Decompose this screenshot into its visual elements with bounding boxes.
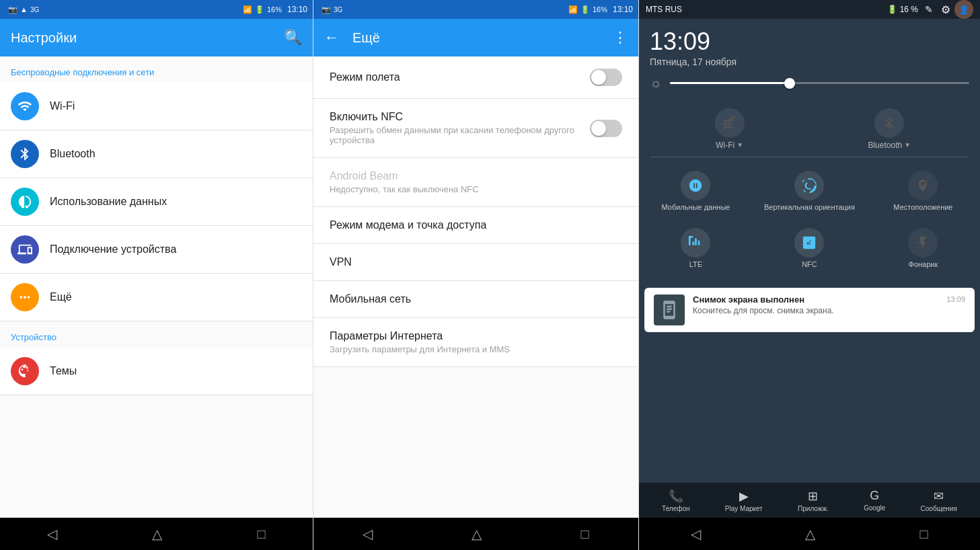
bluetooth-icon	[17, 147, 32, 161]
wifi-icon-bg	[11, 92, 39, 120]
nfc-item[interactable]: Включить NFC Разрешить обмен данными при…	[313, 99, 638, 158]
dock-apps[interactable]: ⊞ Приложж.	[798, 489, 829, 512]
tethering-item[interactable]: Режим модема и точка доступа	[313, 207, 638, 244]
screenshot-thumbnail-icon	[659, 300, 679, 320]
wireless-section-header: Беспроводные подключения и сети	[0, 56, 313, 83]
android-beam-subtitle: Недоступно, так как выключена NFC	[330, 184, 622, 194]
search-icon[interactable]: 🔍	[284, 29, 302, 46]
nfc-toggle[interactable]	[590, 120, 622, 137]
bluetooth-tile[interactable]: Bluetooth ▼	[810, 102, 970, 157]
location-icon-bg	[908, 171, 938, 200]
data-label: Использование данных	[50, 196, 167, 208]
notif-time: 13:09	[650, 28, 969, 55]
nfc-subtitle: Разрешить обмен данными при касании теле…	[330, 125, 590, 145]
more-menu-icon[interactable]: ⋮	[613, 29, 628, 46]
mobile-net-item[interactable]: Мобильная сеть	[313, 281, 638, 318]
nfc-tile[interactable]: NFC	[753, 220, 866, 277]
flashlight-tile[interactable]: Фонарик	[866, 220, 980, 277]
screenshot-icon: 📷	[8, 5, 17, 14]
phone-label: Телефон	[662, 505, 689, 512]
settings-item-data[interactable]: Использование данных	[0, 178, 313, 226]
flashlight-icon-bg	[908, 228, 938, 258]
battery-icon-2: 🔋	[580, 5, 590, 14]
more-title: Ещё	[352, 30, 605, 46]
mobile-data-icon-bg	[681, 171, 710, 200]
settings-item-more[interactable]: Ещё	[0, 274, 313, 321]
nfc-title: Включить NFC	[330, 111, 590, 123]
settings-title: Настройки	[11, 30, 276, 46]
mobile-data-label: Мобильные данные	[662, 203, 730, 212]
back-button-1[interactable]: ◁	[47, 526, 57, 542]
battery-percent-1: 16%	[267, 5, 282, 13]
dock-messages[interactable]: ✉ Сообщения	[921, 489, 957, 512]
more-icon-bg	[11, 283, 39, 311]
brightness-fill	[670, 82, 790, 84]
settings-item-device-connect[interactable]: Подключение устройства	[0, 226, 313, 274]
avatar[interactable]: 👤	[954, 0, 973, 19]
time-1: 13:10	[287, 5, 307, 14]
nfc-icon	[802, 235, 817, 250]
nfc-tile-label: NFC	[802, 260, 817, 269]
android-beam-title: Android Beam	[330, 170, 622, 182]
rotation-icon	[802, 178, 817, 193]
vpn-item[interactable]: VPN	[313, 244, 638, 281]
lte-tile[interactable]: LTE	[639, 220, 753, 277]
home-button-2[interactable]: △	[472, 526, 482, 542]
battery-percent-2: 16%	[593, 5, 607, 13]
carrier-label: MTS RUS	[646, 5, 682, 14]
wifi-icon	[17, 99, 32, 114]
airplane-toggle[interactable]	[590, 69, 622, 86]
notif-card-time: 13:09	[946, 295, 965, 303]
status-bar-1: 📷 ▲ 3G 📶 🔋 16% 13:10	[0, 0, 313, 19]
device-connect-label: Подключение устройства	[50, 243, 176, 256]
recents-button-3[interactable]: □	[919, 526, 928, 542]
bluetooth-off-icon	[882, 116, 897, 130]
mobile-data-tile[interactable]: Мобильные данные	[639, 163, 753, 220]
brightness-icon: ☼	[650, 75, 662, 91]
apps-icon: ⊞	[808, 489, 818, 504]
recents-button-2[interactable]: □	[580, 526, 589, 542]
bluetooth-tile-label-row: Bluetooth ▼	[868, 141, 911, 150]
rotation-tile[interactable]: Вертикальная ориентация	[753, 163, 866, 220]
notif-date: Пятница, 17 ноября	[650, 56, 969, 67]
notification-card[interactable]: Снимок экрана выполнен 13:09 Коснитесь д…	[644, 288, 975, 332]
internet-params-subtitle: Загрузить параметры для Интернета и MMS	[330, 344, 622, 354]
dock-phone[interactable]: 📞 Телефон	[662, 489, 689, 512]
edit-icon[interactable]: ✎	[925, 4, 933, 15]
time-2: 13:10	[613, 5, 633, 14]
dock-google[interactable]: G Google	[864, 489, 885, 512]
back-button-2[interactable]: ◁	[363, 526, 373, 542]
google-icon: G	[870, 489, 879, 503]
dock-play[interactable]: ▶ Play Маркет	[725, 489, 763, 512]
themes-label: Темы	[50, 365, 77, 377]
app-dock: 📞 Телефон ▶ Play Маркет ⊞ Приложж. G Goo…	[639, 483, 980, 518]
settings-panel: 📷 ▲ 3G 📶 🔋 16% 13:10 Настройки 🔍 Беспров…	[0, 0, 313, 550]
settings-item-wifi[interactable]: Wi-Fi	[0, 83, 313, 130]
quick-tiles-grid: Мобильные данные Вертикальная ориентация…	[639, 157, 980, 282]
home-button-3[interactable]: △	[805, 526, 815, 542]
recents-button-1[interactable]: □	[257, 526, 265, 542]
notif-card-title: Снимок экрана выполнен	[693, 294, 804, 305]
settings-item-bluetooth[interactable]: Bluetooth	[0, 130, 313, 178]
signal-icon-1: ▲	[20, 5, 28, 13]
settings-item-themes[interactable]: Темы	[0, 348, 313, 395]
wifi-tile[interactable]: Wi-Fi ▼	[650, 102, 810, 157]
internet-params-item[interactable]: Параметры Интернета Загрузить параметры …	[313, 318, 638, 367]
airplane-mode-item[interactable]: Режим полета	[313, 56, 638, 99]
bluetooth-tile-arrow: ▼	[904, 141, 911, 149]
battery-icon-1: 🔋	[255, 5, 264, 14]
back-button-3[interactable]: ◁	[691, 526, 701, 542]
rotation-label: Вертикальная ориентация	[764, 203, 855, 212]
wifi-off-icon	[722, 116, 737, 130]
location-tile[interactable]: Местоположение	[866, 163, 980, 220]
wifi-label: Wi-Fi	[50, 100, 75, 112]
google-label: Google	[864, 504, 885, 512]
app-bar-settings: Настройки 🔍	[0, 19, 313, 56]
notification-shade: MTS RUS 🔋 16 % ✎ ⚙ 👤 13:09 Пятница, 17 н…	[639, 0, 980, 550]
back-icon-more[interactable]: ←	[324, 29, 339, 46]
flashlight-icon	[915, 235, 930, 250]
settings-gear-icon[interactable]: ⚙	[941, 3, 950, 16]
play-label: Play Маркет	[725, 505, 763, 512]
brightness-bar[interactable]	[670, 82, 969, 84]
home-button-1[interactable]: △	[152, 526, 162, 542]
